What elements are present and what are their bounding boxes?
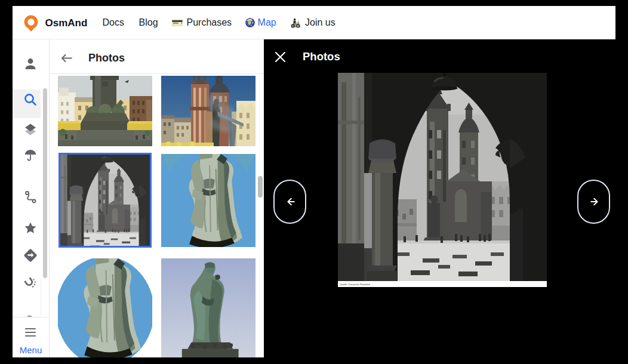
svg-text:Quelle: Deutsche Fotothek: Quelle: Deutsche Fotothek xyxy=(340,283,371,286)
